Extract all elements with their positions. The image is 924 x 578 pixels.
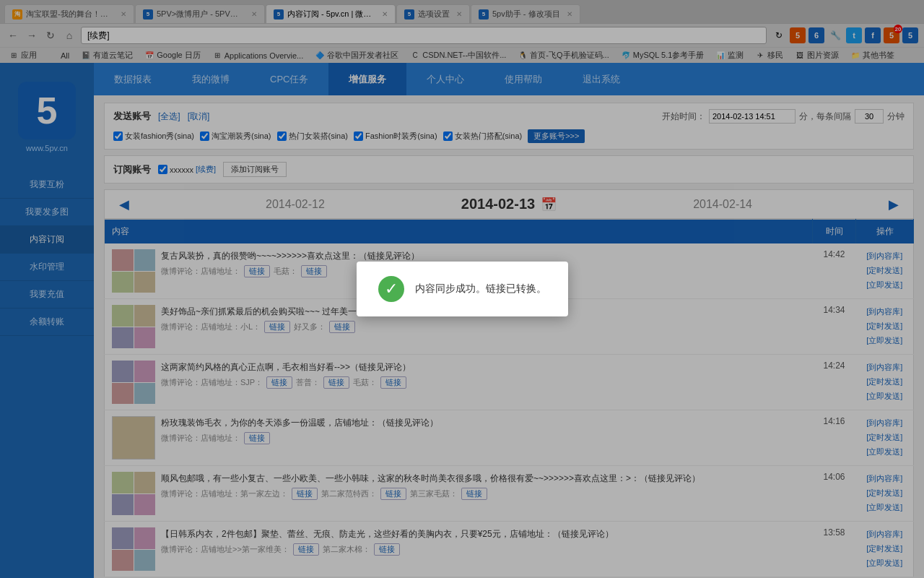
modal-check-icon: ✓ [378, 276, 404, 302]
modal-message: 内容同步成功。链接已转换。 [415, 282, 546, 296]
modal-box: ✓ 内容同步成功。链接已转换。 [357, 262, 568, 316]
modal-overlay: ✓ 内容同步成功。链接已转换。 [0, 0, 924, 578]
